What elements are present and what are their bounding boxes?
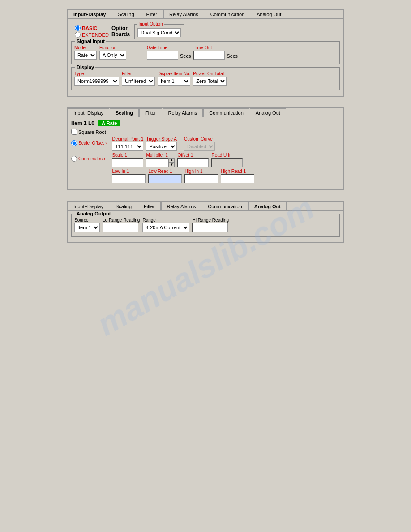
tab-filter-2[interactable]: Filter — [139, 108, 162, 117]
radio-coordinates[interactable]: Coordinates › — [71, 156, 107, 162]
lo-range-label: Lo Range Reading — [103, 218, 140, 223]
range-select[interactable]: 4-20mA Current — [142, 223, 189, 232]
hi-range-label: Hi Range Reading — [192, 218, 229, 223]
low-in1-label: Low In 1 — [112, 169, 146, 174]
type-select[interactable]: Norm1999999 — [74, 77, 119, 86]
scaling-fields: Decimal Point 1 111.111 Trigger Slope A … — [112, 137, 340, 185]
gate-time-unit: Secs — [180, 53, 191, 59]
gate-time-label: Gate Time — [147, 45, 191, 50]
type-field: Type Norm1999999 — [74, 71, 119, 86]
input-option-group: Input Option Dual Sig Cond — [134, 24, 184, 39]
spin-down[interactable]: ▼ — [168, 163, 175, 167]
function-select[interactable]: A Only — [99, 51, 126, 60]
panel-2: Input+Display Scaling Filter Relay Alarm… — [67, 107, 344, 190]
trigger-slope-select[interactable]: Positive — [146, 142, 177, 151]
multiplier1-field: Multiplier 1 1000 ▲ ▼ — [146, 153, 175, 167]
high-read1-field: High Read 1 +060.000 — [221, 169, 254, 183]
high-in1-field: High In 1 +036670. — [184, 169, 218, 183]
tab-scaling-2[interactable]: Scaling — [110, 108, 139, 117]
tab-comm-2[interactable]: Communication — [203, 108, 249, 117]
filter-select[interactable]: Unfiltered — [122, 77, 155, 86]
signal-input-group: Signal Input Mode Rate Function A On — [71, 41, 340, 64]
power-on-total-select[interactable]: Zero Total — [193, 77, 227, 86]
decimal-point-label: Decimal Point 1 — [112, 137, 143, 142]
custom-curve-label: Custom Curve — [184, 137, 215, 142]
time-out-unit: Secs — [227, 53, 237, 59]
tab-filter-3[interactable]: Filter — [138, 202, 160, 210]
offset1-input[interactable]: +000.000 — [177, 158, 209, 167]
analog-output-row: Source Item 1 Lo Range Reading +000.000 … — [74, 218, 337, 232]
mode-select[interactable]: Rate — [74, 51, 97, 60]
time-out-input[interactable]: 002.00 — [193, 51, 225, 60]
coordinates-label: Coordinates — [78, 156, 103, 161]
high-in1-label: High In 1 — [184, 169, 218, 174]
tab-relay-2[interactable]: Relay Alarms — [163, 108, 203, 117]
tab-bar-3: Input+Display Scaling Filter Relay Alarm… — [68, 202, 343, 211]
tab-input-display-1[interactable]: Input+Display — [68, 10, 111, 18]
analog-output-content: Source Item 1 Lo Range Reading +000.000 … — [74, 218, 337, 232]
high-read1-label: High Read 1 — [221, 169, 254, 174]
filter-field: Filter Unfiltered — [122, 71, 155, 86]
mode-field: Mode Rate — [74, 45, 97, 60]
lo-range-field: Lo Range Reading +000.000 — [103, 218, 140, 232]
coordinates-arrow: › — [104, 156, 105, 161]
tab-bar-2: Input+Display Scaling Filter Relay Alarm… — [68, 108, 343, 117]
time-out-label: Time Out — [193, 45, 237, 50]
type-label: Type — [74, 71, 119, 76]
panel-1-body: BASIC EXTENDED OptionBoards Input Option… — [68, 19, 343, 96]
tab-bar-1: Input+Display Scaling Filter Relay Alarm… — [68, 10, 343, 19]
hi-range-input[interactable]: -030.000 — [192, 223, 228, 232]
mode-radio-group: BASIC EXTENDED — [75, 25, 109, 38]
tab-filter-1[interactable]: Filter — [141, 10, 163, 18]
radio-scale-offset[interactable]: Scale, Offset › — [71, 140, 107, 146]
tab-input-display-3[interactable]: Input+Display — [68, 202, 109, 210]
gate-time-input[interactable]: 000.30 — [147, 51, 178, 60]
spin-up[interactable]: ▲ — [168, 158, 175, 163]
scale-coords-row: Scale, Offset › Coordinates › Decimal Po… — [71, 137, 340, 185]
scale1-input[interactable]: +1.63621 — [112, 158, 143, 167]
decimal-point-field: Decimal Point 1 111.111 — [112, 137, 143, 151]
tab-relay-1[interactable]: Relay Alarms — [163, 10, 204, 18]
tab-input-display-2[interactable]: Input+Display — [68, 108, 109, 117]
low-read1-input[interactable]: +000.000 — [148, 174, 182, 183]
scale1-field: Scale 1 +1.63621 — [112, 153, 143, 167]
input-option-select[interactable]: Dual Sig Cond — [137, 28, 181, 37]
source-select[interactable]: Item 1 — [74, 223, 100, 232]
analog-output-title: Analog Output — [75, 211, 112, 216]
scaling-row1: Decimal Point 1 111.111 Trigger Slope A … — [112, 137, 340, 151]
range-label: Range — [142, 218, 189, 223]
low-read1-label: Low Read 1 — [148, 169, 182, 174]
read-u-in-field: Read U In +000000. — [211, 153, 243, 167]
high-read1-input[interactable]: +060.000 — [221, 174, 254, 183]
multiplier1-label: Multiplier 1 — [146, 153, 175, 158]
signal-input-title: Signal Input — [75, 39, 106, 44]
power-on-total-field: Power-On Total Zero Total — [193, 71, 227, 86]
decimal-point-select[interactable]: 111.111 — [112, 142, 143, 151]
scale-offset-arrow: › — [105, 141, 107, 146]
low-in1-input[interactable]: +000000. — [112, 174, 146, 183]
hi-range-field: Hi Range Reading -030.000 — [192, 218, 229, 232]
high-in1-input[interactable]: +036670. — [184, 174, 218, 183]
tab-analog-1[interactable]: Analog Out — [251, 10, 287, 18]
square-root-checkbox[interactable]: Square Root — [71, 129, 106, 135]
lo-range-input[interactable]: +000.000 — [103, 223, 138, 232]
radio-extended[interactable]: EXTENDED — [75, 32, 109, 38]
radio-basic-label: BASIC — [82, 26, 97, 31]
tab-comm-1[interactable]: Communication — [205, 10, 250, 18]
analog-output-group: Analog Output Source Item 1 Lo Range Rea… — [71, 214, 340, 237]
function-label: Function — [99, 45, 126, 50]
tab-relay-3[interactable]: Relay Alarms — [161, 202, 202, 210]
multiplier1-input[interactable]: 1000 — [146, 158, 168, 167]
source-label: Source — [74, 218, 100, 223]
radio-basic[interactable]: BASIC — [75, 25, 109, 31]
trigger-slope-label: Trigger Slope A — [146, 137, 177, 142]
tab-scaling-1[interactable]: Scaling — [112, 10, 140, 18]
square-root-label: Square Root — [78, 129, 106, 135]
tab-scaling-3[interactable]: Scaling — [110, 202, 137, 210]
tab-comm-3[interactable]: Communication — [202, 202, 248, 210]
panel-1: Input+Display Scaling Filter Relay Alarm… — [67, 9, 344, 97]
tab-analog-3[interactable]: Analog Out — [248, 202, 287, 210]
custom-curve-select[interactable]: Disabled — [184, 142, 215, 151]
tab-analog-2[interactable]: Analog Out — [250, 108, 286, 117]
display-item-select[interactable]: Item 1 — [158, 77, 190, 86]
